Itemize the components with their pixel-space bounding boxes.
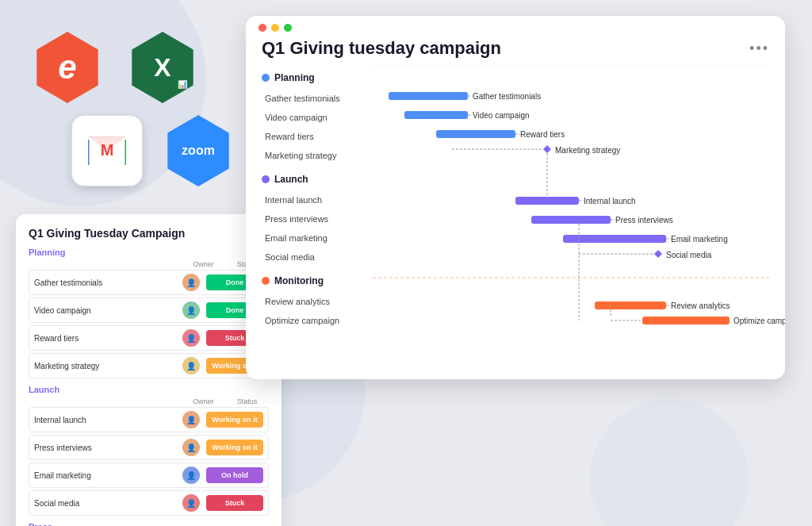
window-minimize-dot — [271, 24, 279, 32]
window-maximize-dot — [284, 24, 292, 32]
press-section-label: Press — [29, 522, 269, 526]
gantt-view: Planning Gather testimonials Video campa… — [246, 65, 785, 379]
planning-col-headers: Owner Status — [29, 260, 269, 268]
status-badge: Working on it — [206, 440, 263, 455]
table-row: Social media 👤 Stuck — [29, 490, 269, 516]
planning-section-label: Planning — [29, 248, 269, 257]
table-row: Internal launch 👤 Working on it — [29, 407, 269, 432]
svg-marker-13 — [543, 145, 551, 153]
table-row: Email marketing 👤 On hold — [29, 463, 269, 488]
svg-text:Gather testimonials: Gather testimonials — [473, 92, 541, 101]
svg-text:Internal launch: Internal launch — [584, 197, 636, 205]
integrations-area: e X 📊 M zoom — [24, 24, 254, 198]
avatar: 👤 — [182, 494, 200, 512]
svg-rect-9 — [436, 130, 515, 138]
svg-rect-32 — [642, 317, 730, 324]
left-card-title: Q1 Giving Tuesday Campaign — [29, 227, 269, 240]
avatar: 👤 — [182, 274, 200, 291]
avatar: 👤 — [182, 439, 200, 456]
left-card: Q1 Giving Tuesday Campaign Planning Owne… — [16, 214, 282, 526]
priority-section: Press Internal launch 6 High Press inter… — [29, 522, 269, 526]
status-badge: Stuck — [206, 495, 263, 511]
gantt-labels: Planning Gather testimonials Video campa… — [246, 65, 373, 370]
gmail-icon: M — [71, 115, 143, 186]
status-badge: Working on it — [206, 412, 263, 428]
avatar: 👤 — [182, 357, 200, 374]
avatar: 👤 — [182, 411, 200, 428]
zoom-icon: zoom — [163, 115, 234, 186]
avatar: 👤 — [182, 329, 200, 347]
svg-rect-15 — [515, 197, 579, 205]
launch-section-label: Launch — [29, 385, 269, 394]
svg-text:Review analytics: Review analytics — [671, 301, 730, 310]
svg-text:Social media: Social media — [666, 251, 712, 259]
svg-rect-28 — [595, 301, 666, 309]
svg-text:Press interviews: Press interviews — [615, 216, 673, 225]
monitoring-header: Monitoring — [262, 270, 373, 292]
window-close-dot — [259, 24, 266, 32]
svg-rect-18 — [531, 216, 611, 224]
more-options-icon[interactable]: ••• — [749, 40, 769, 57]
svg-rect-3 — [389, 92, 468, 100]
launch-header: Launch — [262, 168, 373, 190]
svg-marker-25 — [654, 250, 662, 258]
svg-text:M: M — [101, 141, 114, 159]
status-badge: On hold — [206, 467, 263, 483]
window-titlebar — [246, 16, 785, 32]
svg-text:Marketing strategy: Marketing strategy — [555, 146, 620, 155]
table-row: Reward tiers 👤 Stuck — [29, 325, 269, 351]
svg-text:Optimize campaign: Optimize campaign — [733, 317, 785, 325]
table-row: Press interviews 👤 Working on it — [29, 435, 269, 460]
table-row: Video campaign 👤 Done — [29, 298, 269, 323]
bg-decoration-3 — [590, 399, 749, 526]
excel-icon: X 📊 — [127, 32, 198, 103]
launch-col-headers: Owner Status — [29, 397, 269, 405]
svg-rect-6 — [404, 111, 468, 119]
table-row: Gather testimonials 👤 Done — [29, 270, 269, 295]
avatar: 👤 — [182, 301, 200, 319]
card-header: Q1 Giving tuesday campaign ••• — [246, 32, 785, 65]
eventbrite-icon: e — [32, 32, 103, 103]
svg-text:Reward tiers: Reward tiers — [520, 130, 565, 139]
svg-text:Video campaign: Video campaign — [473, 111, 530, 120]
svg-text:Email marketing: Email marketing — [671, 235, 728, 244]
main-card: Q1 Giving tuesday campaign ••• Planning … — [246, 16, 785, 379]
planning-header: Planning — [262, 67, 373, 89]
avatar: 👤 — [182, 466, 200, 484]
gantt-chart: Gather testimonials Video campaign Rewar… — [373, 65, 785, 370]
table-row: Marketing strategy 👤 Working on it — [29, 353, 269, 378]
page-title: Q1 Giving tuesday campaign — [262, 38, 501, 59]
